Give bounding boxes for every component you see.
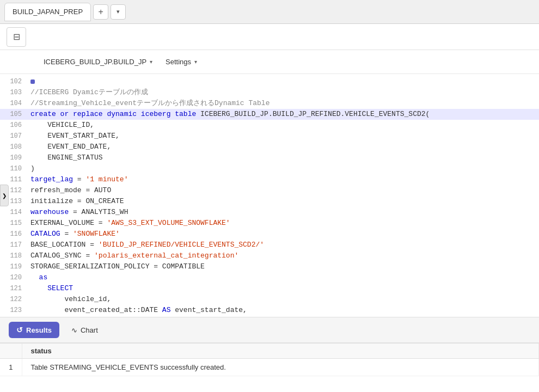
line-number: 120 bbox=[0, 272, 30, 283]
code-line: 119STORAGE_SERIALIZATION_POLICY = COMPAT… bbox=[0, 261, 539, 272]
code-line: 122 vehicle_id, bbox=[0, 294, 539, 305]
line-content bbox=[30, 76, 539, 87]
line-number: 102 bbox=[0, 76, 30, 87]
line-content: target_lag = '1 minute' bbox=[30, 174, 539, 185]
code-line: 123 event_created_at::DATE AS event_star… bbox=[0, 305, 539, 316]
line-number: 105 bbox=[0, 109, 30, 120]
code-line: 114warehouse = ANALYTIS_WH bbox=[0, 207, 539, 218]
code-line: 103//ICEBERG Dyamicテーブルの作成 bbox=[0, 87, 539, 98]
line-content: //Streaming_Vehicle_eventテーブルから作成されるDyna… bbox=[30, 98, 539, 109]
line-content: VEHICLE_ID, bbox=[30, 120, 539, 131]
line-number: 115 bbox=[0, 218, 30, 229]
row-number-header bbox=[0, 344, 22, 359]
add-icon: + bbox=[98, 7, 103, 17]
line-number: 111 bbox=[0, 174, 30, 185]
results-button[interactable]: ↺ Results bbox=[9, 322, 59, 338]
cursor-indicator bbox=[30, 79, 35, 84]
line-content: CATALOG_SYNC = 'polaris_external_cat_int… bbox=[30, 250, 539, 261]
database-label: ICEBERG_BUILD_JP.BUILD_JP bbox=[44, 58, 146, 66]
line-number: 117 bbox=[0, 240, 30, 250]
line-number: 123 bbox=[0, 305, 30, 316]
code-line: 106 VEHICLE_ID, bbox=[0, 120, 539, 131]
tab-build-japan-prep[interactable]: BUILD_JAPAN_PREP bbox=[4, 3, 91, 21]
line-number: 109 bbox=[0, 152, 30, 163]
line-number: 118 bbox=[0, 250, 30, 261]
table-row: 1Table STREAMING_VEHICLE_EVENTS successf… bbox=[0, 359, 539, 376]
collapse-icon: ❯ bbox=[2, 193, 7, 199]
line-content: EXTERNAL_VOLUME = 'AWS_S3_EXT_VOLUME_SNO… bbox=[30, 218, 539, 229]
code-line: 116CATALOG = 'SNOWFLAKE' bbox=[0, 229, 539, 240]
row-number: 1 bbox=[0, 359, 22, 376]
line-content: ENGINE_STATUS bbox=[30, 152, 539, 163]
code-line: 110) bbox=[0, 163, 539, 174]
line-number: 110 bbox=[0, 163, 30, 174]
line-content: SELECT bbox=[30, 283, 539, 294]
tab-bar: BUILD_JAPAN_PREP + ▾ bbox=[0, 0, 539, 24]
code-line: 115EXTERNAL_VOLUME = 'AWS_S3_EXT_VOLUME_… bbox=[0, 218, 539, 229]
line-number: 121 bbox=[0, 283, 30, 294]
settings-chevron-icon: ▾ bbox=[194, 59, 197, 65]
line-number: 122 bbox=[0, 294, 30, 305]
line-content: ) bbox=[30, 163, 539, 174]
code-line: 108 EVENT_END_DATE, bbox=[0, 142, 539, 152]
code-line: 113initialize = ON_CREATE bbox=[0, 196, 539, 207]
line-content: refresh_mode = AUTO bbox=[30, 185, 539, 196]
code-line: 105create or replace dynamic iceberg tab… bbox=[0, 109, 539, 120]
line-number: 106 bbox=[0, 120, 30, 131]
line-content: as bbox=[30, 272, 539, 283]
tab-dropdown-button[interactable]: ▾ bbox=[111, 4, 126, 20]
table-header-row: status bbox=[0, 344, 539, 359]
line-content: STORAGE_SERIALIZATION_POLICY = COMPATIBL… bbox=[30, 261, 539, 272]
line-number: 119 bbox=[0, 261, 30, 272]
code-line: 109 ENGINE_STATUS bbox=[0, 152, 539, 163]
line-number: 104 bbox=[0, 98, 30, 109]
code-line: 118CATALOG_SYNC = 'polaris_external_cat_… bbox=[0, 250, 539, 261]
db-chevron-icon: ▾ bbox=[150, 59, 152, 65]
code-line: 117BASE_LOCATION = 'BUILD_JP_REFINED/VEH… bbox=[0, 240, 539, 250]
tab-label: BUILD_JAPAN_PREP bbox=[13, 8, 83, 16]
filter-icon: ⊟ bbox=[13, 32, 20, 42]
line-number: 108 bbox=[0, 142, 30, 152]
query-header: ICEBERG_BUILD_JP.BUILD_JP ▾ Settings ▾ bbox=[0, 50, 539, 74]
chevron-down-icon: ▾ bbox=[117, 8, 120, 15]
settings-label: Settings bbox=[166, 58, 191, 66]
editor-area: ❯ 102103//ICEBERG Dyamicテーブルの作成104//Stre… bbox=[0, 74, 539, 317]
chart-icon: ∿ bbox=[71, 326, 77, 334]
code-line: 112refresh_mode = AUTO bbox=[0, 185, 539, 196]
line-number: 114 bbox=[0, 207, 30, 218]
line-content: vehicle_id, bbox=[30, 294, 539, 305]
code-line: 121 SELECT bbox=[0, 283, 539, 294]
line-content: CATALOG = 'SNOWFLAKE' bbox=[30, 229, 539, 240]
code-line: 107 EVENT_START_DATE, bbox=[0, 131, 539, 142]
line-number: 116 bbox=[0, 229, 30, 240]
chart-button[interactable]: ∿ Chart bbox=[64, 322, 106, 338]
results-icon: ↺ bbox=[16, 326, 23, 334]
code-line: 104//Streaming_Vehicle_eventテーブルから作成されるD… bbox=[0, 98, 539, 109]
status-column-header: status bbox=[22, 344, 539, 359]
status-cell: Table STREAMING_VEHICLE_EVENTS successfu… bbox=[22, 359, 539, 376]
code-editor[interactable]: 102103//ICEBERG Dyamicテーブルの作成104//Stream… bbox=[0, 74, 539, 317]
results-label: Results bbox=[26, 326, 52, 334]
line-content: BASE_LOCATION = 'BUILD_JP_REFINED/VEHICL… bbox=[30, 240, 539, 250]
line-content: create or replace dynamic iceberg table … bbox=[30, 109, 539, 120]
line-content: event_created_at::DATE AS event_start_da… bbox=[30, 305, 539, 316]
chart-label: Chart bbox=[81, 326, 98, 334]
line-content: //ICEBERG Dyamicテーブルの作成 bbox=[30, 87, 539, 98]
results-table: status 1Table STREAMING_VEHICLE_EVENTS s… bbox=[0, 344, 539, 376]
code-line: 120 as bbox=[0, 272, 539, 283]
add-tab-button[interactable]: + bbox=[93, 4, 108, 20]
line-content: EVENT_END_DATE, bbox=[30, 142, 539, 152]
database-selector[interactable]: ICEBERG_BUILD_JP.BUILD_JP ▾ bbox=[44, 58, 152, 66]
line-number: 107 bbox=[0, 131, 30, 142]
toolbar: ⊟ bbox=[0, 24, 539, 50]
collapse-panel-button[interactable]: ❯ bbox=[0, 185, 9, 206]
code-line: 111target_lag = '1 minute' bbox=[0, 174, 539, 185]
bottom-toolbar: ↺ Results ∿ Chart bbox=[0, 317, 539, 343]
settings-selector[interactable]: Settings ▾ bbox=[166, 58, 197, 66]
filter-settings-button[interactable]: ⊟ bbox=[7, 27, 26, 47]
line-content: initialize = ON_CREATE bbox=[30, 196, 539, 207]
code-line: 102 bbox=[0, 76, 539, 87]
line-content: warehouse = ANALYTIS_WH bbox=[30, 207, 539, 218]
line-number: 103 bbox=[0, 87, 30, 98]
line-content: EVENT_START_DATE, bbox=[30, 131, 539, 142]
